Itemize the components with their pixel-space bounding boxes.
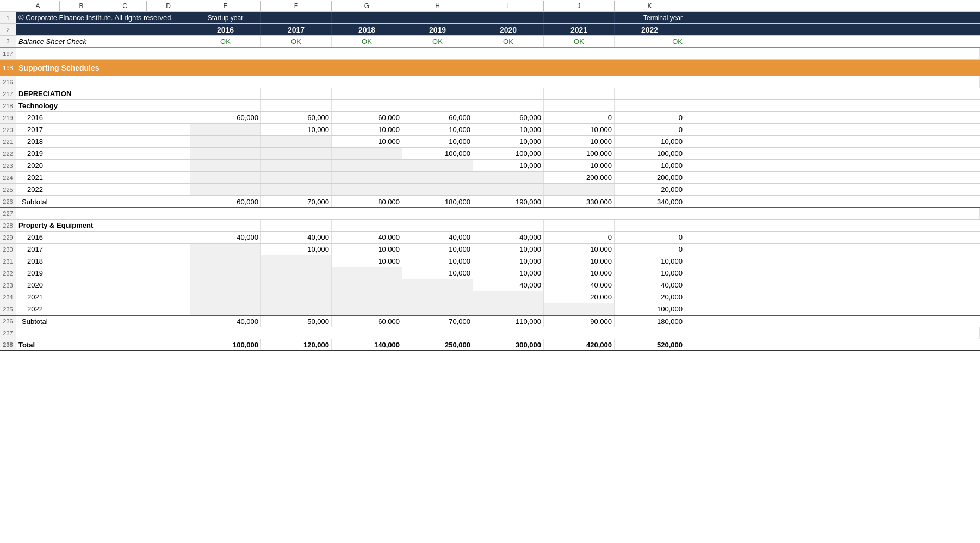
cell-233-year: 2020 bbox=[16, 279, 190, 291]
cell-2h: 2019 bbox=[402, 24, 473, 35]
cell-1g bbox=[332, 12, 402, 23]
row-218: 218 Technology bbox=[0, 100, 980, 112]
cell-224h bbox=[402, 172, 473, 183]
cell-234-year: 2021 bbox=[16, 291, 190, 303]
rownum-217: 217 bbox=[0, 88, 16, 99]
col-header-c: C bbox=[103, 1, 147, 11]
cell-221g: 10,000 bbox=[332, 136, 402, 147]
terminal-label: Terminal year bbox=[643, 14, 683, 22]
rownum-218: 218 bbox=[0, 100, 16, 111]
cell-2f: 2017 bbox=[261, 24, 332, 35]
rownum-230: 230 bbox=[0, 244, 16, 255]
cell-217k bbox=[615, 88, 685, 99]
cell-236j: 90,000 bbox=[544, 316, 615, 327]
cell-223h bbox=[402, 160, 473, 171]
cell-219i: 60,000 bbox=[473, 112, 544, 123]
rownum-227: 227 bbox=[0, 208, 16, 219]
row-223: 223 2020 10,000 10,000 10,000 bbox=[0, 160, 980, 172]
cell-3a: Balance Sheet Check bbox=[16, 36, 190, 47]
cell-234f bbox=[261, 291, 332, 303]
rownum-197: 197 bbox=[0, 48, 16, 59]
cell-231e bbox=[190, 255, 261, 267]
rownum-1: 1 bbox=[0, 12, 16, 23]
cell-231-year: 2018 bbox=[16, 255, 190, 267]
rownum-222: 222 bbox=[0, 148, 16, 159]
cell-218f bbox=[261, 100, 332, 111]
cell-222j: 100,000 bbox=[544, 148, 615, 159]
cell-238e: 100,000 bbox=[190, 339, 261, 350]
cell-2i: 2020 bbox=[473, 24, 544, 35]
row-197: 197 bbox=[0, 48, 980, 60]
cell-219k: 0 bbox=[615, 112, 685, 123]
cell-232k: 10,000 bbox=[615, 267, 685, 279]
cell-218g bbox=[332, 100, 402, 111]
cell-217i bbox=[473, 88, 544, 99]
cell-223i: 10,000 bbox=[473, 160, 544, 171]
cell-231h: 10,000 bbox=[402, 255, 473, 267]
cell-224e bbox=[190, 172, 261, 183]
cell-222h: 100,000 bbox=[402, 148, 473, 159]
cell-3i: OK bbox=[473, 36, 544, 47]
rownum-3: 3 bbox=[0, 36, 16, 47]
cell-236-label: Subtotal bbox=[16, 316, 190, 327]
cell-219f: 60,000 bbox=[261, 112, 332, 123]
cell-228k bbox=[615, 220, 685, 231]
cell-225j bbox=[544, 184, 615, 195]
cell-220-year: 2017 bbox=[16, 124, 190, 135]
cell-225f bbox=[261, 184, 332, 195]
cell-236e: 40,000 bbox=[190, 316, 261, 327]
cell-229e: 40,000 bbox=[190, 232, 261, 243]
cell-229k: 0 bbox=[615, 232, 685, 243]
rownum-232: 232 bbox=[0, 267, 16, 279]
cell-221f bbox=[261, 136, 332, 147]
cell-233f bbox=[261, 279, 332, 291]
row-222: 222 2019 100,000 100,000 100,000 100,000 bbox=[0, 148, 980, 160]
cell-225g bbox=[332, 184, 402, 195]
row-219: 219 2016 60,000 60,000 60,000 60,000 60,… bbox=[0, 112, 980, 124]
cell-218-label: Technology bbox=[16, 100, 190, 111]
rownum-198: 198 bbox=[0, 60, 16, 76]
cell-228i bbox=[473, 220, 544, 231]
cell-218h bbox=[402, 100, 473, 111]
cell-225-year: 2022 bbox=[16, 184, 190, 195]
cell-230g: 10,000 bbox=[332, 244, 402, 255]
cell-219-year: 2016 bbox=[16, 112, 190, 123]
cell-230-year: 2017 bbox=[16, 244, 190, 255]
cell-228e bbox=[190, 220, 261, 231]
cell-3f: OK bbox=[261, 36, 332, 47]
cell-230i: 10,000 bbox=[473, 244, 544, 255]
col-header-j: J bbox=[544, 1, 615, 11]
cell-231f bbox=[261, 255, 332, 267]
cell-226k: 340,000 bbox=[615, 196, 685, 207]
cell-223k: 10,000 bbox=[615, 160, 685, 171]
rownum-237: 237 bbox=[0, 327, 16, 339]
cell-220e bbox=[190, 124, 261, 135]
copyright-text: © Corporate Finance Institute. All right… bbox=[18, 14, 173, 22]
cell-3g: OK bbox=[332, 36, 402, 47]
cell-3k: OK bbox=[615, 36, 685, 47]
cell-219e: 60,000 bbox=[190, 112, 261, 123]
cell-224j: 200,000 bbox=[544, 172, 615, 183]
cell-226e: 60,000 bbox=[190, 196, 261, 207]
cell-235k: 100,000 bbox=[615, 303, 685, 315]
cell-236f: 50,000 bbox=[261, 316, 332, 327]
cell-235-year: 2022 bbox=[16, 303, 190, 315]
startup-label: Startup year bbox=[208, 14, 243, 22]
cell-232f bbox=[261, 267, 332, 279]
cell-235i bbox=[473, 303, 544, 315]
col-header-e: E bbox=[190, 1, 261, 11]
rownum-235: 235 bbox=[0, 303, 16, 315]
property-label: Property & Equipment bbox=[18, 221, 93, 229]
cell-221j: 10,000 bbox=[544, 136, 615, 147]
cell-220f: 10,000 bbox=[261, 124, 332, 135]
cell-217f bbox=[261, 88, 332, 99]
col-header-h: H bbox=[402, 1, 473, 11]
rownum-220: 220 bbox=[0, 124, 16, 135]
cell-222-year: 2019 bbox=[16, 148, 190, 159]
cell-222i: 100,000 bbox=[473, 148, 544, 159]
cell-197 bbox=[16, 48, 980, 59]
cell-216 bbox=[16, 76, 980, 88]
cell-238i: 300,000 bbox=[473, 339, 544, 350]
cell-225h bbox=[402, 184, 473, 195]
cell-226j: 330,000 bbox=[544, 196, 615, 207]
